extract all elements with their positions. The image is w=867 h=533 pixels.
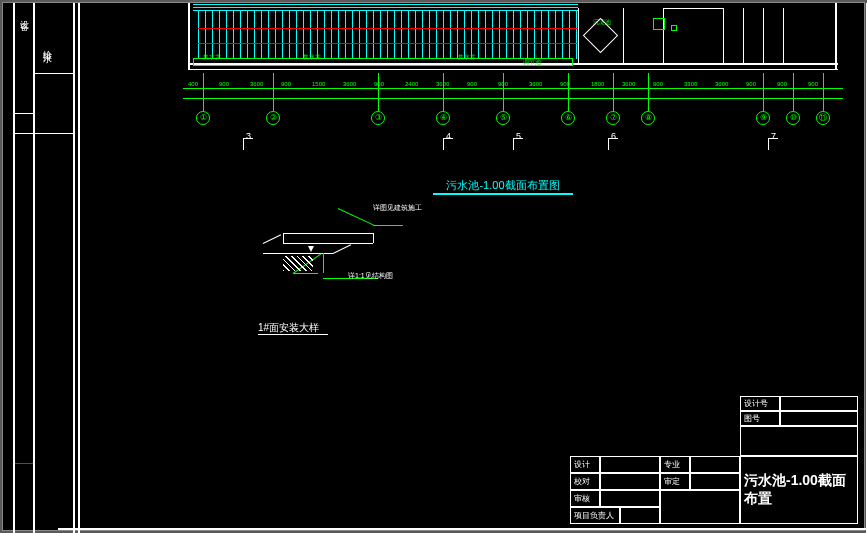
dimension-text: 900	[219, 81, 229, 87]
pipe-line	[303, 11, 304, 59]
pipe-line	[401, 11, 402, 59]
pipe-line	[534, 11, 535, 59]
pipe-line	[380, 11, 381, 59]
dimension-text: 900	[281, 81, 291, 87]
pipe-line	[450, 11, 451, 59]
titleblock-cell	[600, 456, 660, 473]
pipe-line	[541, 11, 542, 59]
grid-bubble: ⑨	[756, 111, 770, 125]
pipe-line	[219, 11, 220, 59]
pipe-line	[387, 11, 388, 59]
pipe-line	[569, 11, 570, 59]
grid-line	[648, 73, 649, 111]
grid-bubble: ②	[266, 111, 280, 125]
drawing-title-cell: 污水池-1.00截面布置	[740, 456, 858, 524]
dimension-text: 3600	[343, 81, 356, 87]
detail-title: 1#面安装大样	[258, 321, 319, 335]
section-mark-label: 3	[246, 131, 251, 141]
pipe-line	[415, 11, 416, 59]
pipe-line	[527, 11, 528, 59]
section-flag	[443, 138, 444, 150]
titleblock-cell: 设计	[570, 456, 600, 473]
strip-label-1: 设备	[18, 13, 31, 17]
dimension-text: 3600	[715, 81, 728, 87]
section-flag	[768, 138, 769, 150]
titleblock-cell: 专业	[660, 456, 690, 473]
section-flag	[608, 138, 609, 150]
pipe-line	[317, 11, 318, 59]
pipe-line	[548, 11, 549, 59]
pipe-line	[289, 11, 290, 59]
titleblock-cell	[690, 456, 740, 473]
titleblock-cell: 校对	[570, 473, 600, 490]
grid-line	[378, 73, 379, 111]
detail-title-underline	[258, 334, 328, 335]
titleblock-cell	[600, 473, 660, 490]
pipe-line	[282, 11, 283, 59]
pipe-line	[247, 11, 248, 59]
titleblock-cell	[780, 411, 858, 426]
titleblock-cell	[660, 490, 740, 524]
section-flag	[513, 138, 514, 150]
pipe-line	[513, 11, 514, 59]
dimension-text: 1500	[312, 81, 325, 87]
pipe-line	[261, 11, 262, 59]
grid-bubble: ③	[371, 111, 385, 125]
titleblock-cell: 设计号	[740, 396, 780, 411]
pipe-line	[345, 11, 346, 59]
section-mark-label: 7	[771, 131, 776, 141]
plan-view: 沉淀池调节池集水井集水井集水井 400900360090015003600900…	[183, 3, 843, 143]
pipe-line	[198, 11, 199, 59]
section-flag	[243, 138, 244, 150]
pipe-line	[324, 11, 325, 59]
pipe-line	[275, 11, 276, 59]
dimension-text: 3600	[622, 81, 635, 87]
detail-label-1: 详图见建筑施工	[373, 203, 422, 213]
pipe-line	[457, 11, 458, 59]
pipe-line	[464, 11, 465, 59]
grid-bubble: ⑧	[641, 111, 655, 125]
grid-bubble: ⑥	[561, 111, 575, 125]
pipe-line	[471, 11, 472, 59]
pipe-line	[212, 11, 213, 59]
grid-line	[763, 73, 764, 111]
dimension-text: 900	[467, 81, 477, 87]
plan-title: 污水池-1.00截面布置图	[423, 178, 583, 193]
titleblock-cell: 审核	[570, 490, 600, 507]
titleblock-cell: 项目负责人	[570, 507, 620, 524]
pipe-line	[478, 11, 479, 59]
titleblock-cell	[780, 396, 858, 411]
plan-title-underline	[433, 193, 573, 195]
pipe-line	[366, 11, 367, 59]
pipe-line	[233, 11, 234, 59]
titleblock-cell	[620, 507, 660, 524]
pipe-line	[408, 11, 409, 59]
section-mark-label: 6	[611, 131, 616, 141]
pipe-line	[331, 11, 332, 59]
pipe-line	[520, 11, 521, 59]
title-block: 设计校对审核项目负责人专业审定设计号图号 污水池-1.00截面布置	[570, 396, 860, 526]
dimension-text: 900	[746, 81, 756, 87]
pipe-line	[436, 11, 437, 59]
cad-canvas[interactable]: 设备 给排水	[2, 2, 865, 531]
pipe-line	[485, 11, 486, 59]
pipe-line	[506, 11, 507, 59]
pipe-line	[499, 11, 500, 59]
pipe-line	[254, 11, 255, 59]
grid-line	[503, 73, 504, 111]
pipe-line	[352, 11, 353, 59]
pipe-line	[205, 11, 206, 59]
pipe-line	[296, 11, 297, 59]
pipe-line	[310, 11, 311, 59]
grid-bubble: ⑪	[816, 111, 830, 125]
grid-bubble: ⑦	[606, 111, 620, 125]
titleblock-cell	[740, 426, 858, 456]
pipe-line	[338, 11, 339, 59]
dimension-text: 400	[188, 81, 198, 87]
pipe-line	[226, 11, 227, 59]
grid-bubble: ⑤	[496, 111, 510, 125]
grid-bubble: ④	[436, 111, 450, 125]
pipe-line	[576, 11, 577, 59]
grid-line	[793, 73, 794, 111]
pipe-line	[359, 11, 360, 59]
